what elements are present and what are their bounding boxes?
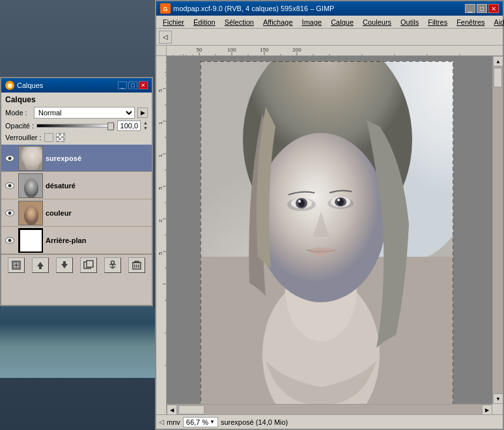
scroll-h-thumb[interactable]	[178, 405, 204, 414]
delete-layer-icon	[132, 260, 142, 270]
svg-point-95	[337, 199, 340, 201]
layers-maximize-button[interactable]: □	[128, 81, 137, 89]
ruler-h-svg: 50 100 150 200	[167, 46, 503, 56]
scroll-right-button[interactable]: ▶	[482, 405, 492, 414]
eye-icon-surexpose	[5, 155, 14, 162]
menu-image[interactable]: Image	[298, 17, 326, 27]
svg-text:5: 5	[158, 89, 163, 92]
scroll-left-button[interactable]: ◀	[167, 405, 177, 414]
scroll-up-button[interactable]: ▲	[493, 56, 503, 66]
toolbar-button-1[interactable]: ◁	[159, 31, 172, 44]
svg-text:150: 150	[260, 47, 269, 53]
menu-couleurs[interactable]: Couleurs	[359, 17, 395, 27]
svg-rect-14	[63, 261, 66, 264]
gimp-title-buttons: _ □ ✕	[465, 4, 499, 13]
menu-affichage[interactable]: Affichage	[259, 17, 297, 27]
layers-mode-select[interactable]: Normal	[34, 107, 135, 119]
gimp-minimize-button[interactable]: _	[465, 4, 475, 13]
layer-item-desature[interactable]: désaturé	[1, 172, 152, 199]
menu-aide[interactable]: Aide	[490, 17, 504, 27]
gimp-window-title: modpap.xcf-9.0 (RVB, 4 calques) 595x816 …	[173, 5, 334, 12]
ruler-horizontal: 50 100 150 200	[167, 46, 503, 56]
layer-item-arriere[interactable]: Arrière-plan	[1, 227, 152, 254]
layer-thumb-arriere	[18, 228, 43, 253]
layers-title-left: ◉ Calques	[5, 81, 43, 90]
thumb-svg-desature	[19, 174, 43, 198]
anchor-layer-button[interactable]	[104, 257, 121, 273]
move-down-button[interactable]	[56, 257, 73, 273]
svg-text:5: 5	[158, 186, 163, 190]
move-up-button[interactable]	[32, 257, 49, 273]
menu-filtres[interactable]: Filtres	[424, 17, 451, 27]
portrait-svg	[201, 61, 453, 404]
scroll-v-track[interactable]	[493, 66, 503, 394]
svg-marker-13	[61, 264, 68, 268]
status-info: surexposé (14,0 Mio)	[221, 418, 288, 426]
desktop-waves	[0, 300, 155, 378]
layers-mode-label: Mode :	[5, 109, 31, 117]
move-down-icon	[59, 260, 70, 270]
menu-outils[interactable]: Outils	[397, 17, 423, 27]
layer-item-surexpose[interactable]: surexposé	[1, 145, 152, 172]
menu-fenetres[interactable]: Fenêtres	[453, 17, 488, 27]
layers-list: surexposé	[1, 145, 152, 254]
scroll-v-thumb[interactable]	[494, 68, 502, 87]
opacity-spin-up[interactable]: ▲	[143, 121, 148, 126]
scrollbar-vertical[interactable]: ▲ ▼	[492, 56, 503, 404]
layer-eye-surexpose[interactable]	[4, 152, 16, 164]
new-layer-button[interactable]	[8, 257, 25, 273]
layer-thumb-surexpose	[18, 146, 43, 171]
layer-eye-desature[interactable]	[4, 180, 16, 192]
layers-opacity-label: Opacité :	[5, 122, 34, 130]
svg-text:50: 50	[197, 47, 203, 53]
delete-layer-button[interactable]	[128, 257, 145, 273]
layers-opacity-value[interactable]: 100,0	[117, 121, 141, 131]
canvas-container: 50 100 150 200	[156, 46, 503, 414]
lock-pixels-checkbox[interactable]	[44, 133, 53, 142]
layers-section-title: Calques	[5, 95, 148, 104]
scrollbar-horizontal[interactable]: ◀ ▶	[167, 404, 492, 414]
canvas-scroll[interactable]: ▲ ▼ ◀ ▶	[167, 56, 503, 414]
layer-eye-couleur[interactable]	[4, 207, 16, 219]
svg-rect-12	[39, 266, 42, 269]
scroll-down-button[interactable]: ▼	[493, 394, 503, 404]
scrollbar-corner	[492, 404, 503, 414]
eye-icon-desature	[5, 182, 14, 189]
svg-text:200: 200	[292, 47, 301, 53]
layers-minimize-button[interactable]: _	[118, 81, 127, 89]
thumb-svg-couleur	[19, 201, 43, 225]
layers-mode-row: Mode : Normal ▶	[5, 107, 148, 119]
menu-selection[interactable]: Sélection	[221, 17, 258, 27]
layers-close-button[interactable]: ✕	[139, 81, 148, 89]
layers-title-buttons: _ □ ✕	[118, 81, 148, 89]
gimp-maximize-button[interactable]: □	[477, 4, 487, 13]
gimp-menu-bar: Fichier Édition Sélection Affichage Imag…	[156, 16, 503, 29]
menu-calque[interactable]: Calque	[327, 17, 357, 27]
gimp-main-window: G modpap.xcf-9.0 (RVB, 4 calques) 595x81…	[155, 0, 504, 430]
svg-text:100: 100	[227, 47, 236, 53]
layers-expand-button[interactable]: ▶	[137, 108, 148, 118]
layer-thumb-desature	[18, 173, 43, 198]
layer-name-arriere: Arrière-plan	[46, 236, 86, 244]
svg-point-17	[111, 261, 115, 264]
lock-alpha-checkbox[interactable]	[56, 133, 65, 142]
layer-thumb-couleur	[18, 201, 43, 225]
layers-opacity-slider[interactable]	[36, 124, 115, 128]
image-canvas	[201, 61, 453, 404]
layers-title-bar: ◉ Calques _ □ ✕	[1, 78, 152, 93]
ruler-v-svg: 5 1 1 5 2 5	[156, 56, 167, 414]
menu-edition[interactable]: Édition	[189, 17, 219, 27]
gimp-close-button[interactable]: ✕	[488, 4, 499, 13]
menu-fichier[interactable]: Fichier	[159, 17, 188, 27]
opacity-spin-down[interactable]: ▼	[143, 126, 148, 131]
layer-eye-arriere[interactable]	[4, 235, 16, 246]
zoom-control[interactable]: 66,7 % ▼	[183, 417, 218, 427]
zoom-dropdown-icon[interactable]: ▼	[210, 419, 215, 425]
status-mode: mnv	[167, 418, 180, 426]
scroll-h-track[interactable]	[177, 405, 482, 414]
layer-item-couleur[interactable]: couleur	[1, 199, 152, 227]
duplicate-layer-button[interactable]	[80, 257, 97, 273]
layer-name-couleur: couleur	[46, 209, 72, 217]
svg-rect-16	[87, 261, 93, 267]
layer-name-desature: désaturé	[46, 182, 76, 190]
